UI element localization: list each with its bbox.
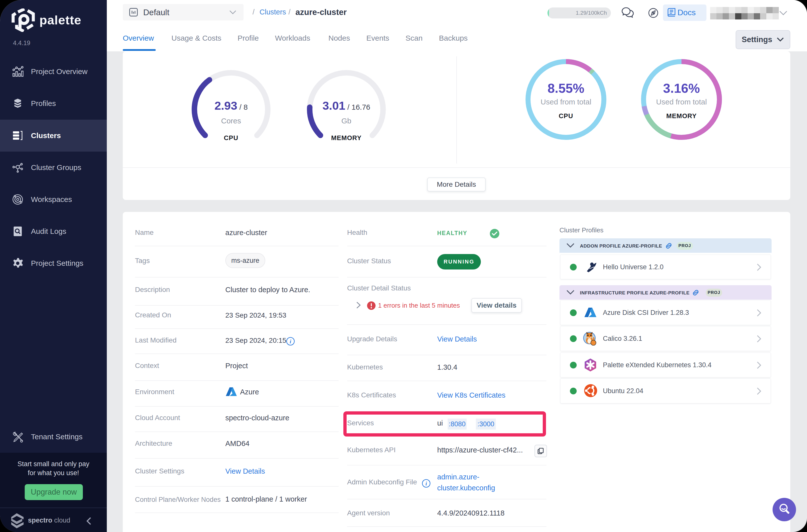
svg-text:i: i [425,480,427,487]
svg-text:i: i [290,338,291,344]
